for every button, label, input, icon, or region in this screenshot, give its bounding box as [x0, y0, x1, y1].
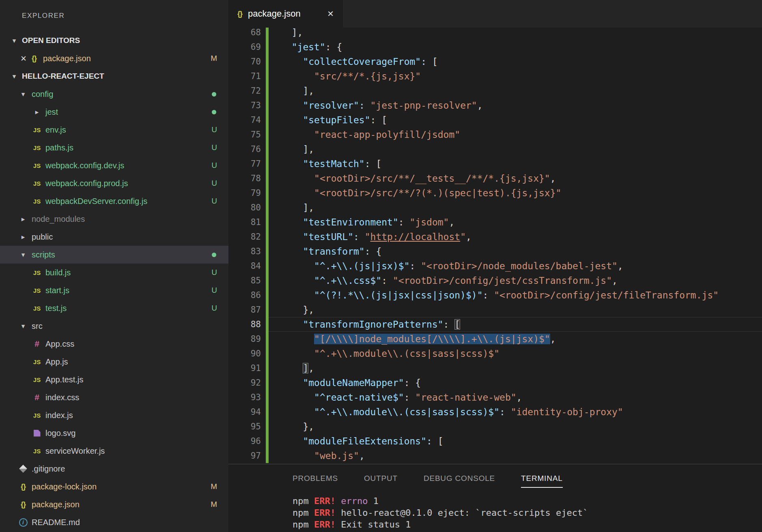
line-number[interactable]: 71 — [228, 69, 261, 84]
tree-item-config[interactable]: ▾config — [0, 85, 228, 103]
code-line-69[interactable]: 69 "jest": { — [228, 40, 762, 54]
tree-item-env-js[interactable]: JSenv.jsU — [0, 121, 228, 139]
line-number[interactable]: 92 — [228, 375, 261, 390]
line-number[interactable]: 74 — [228, 113, 261, 127]
line-number[interactable]: 70 — [228, 54, 261, 69]
tree-item-test-js[interactable]: JStest.jsU — [0, 299, 228, 317]
tree-item-start-js[interactable]: JSstart.jsU — [0, 281, 228, 299]
chevron-right-icon[interactable]: ▸ — [19, 233, 27, 241]
line-number[interactable]: 96 — [228, 434, 261, 448]
code-line-80[interactable]: 80 ], — [228, 200, 762, 215]
code-line-86[interactable]: 86 "^(?!.*\\.(js|jsx|css|json)$)": "<roo… — [228, 288, 762, 302]
chevron-right-icon[interactable]: ▸ — [33, 108, 41, 116]
line-number[interactable]: 81 — [228, 215, 261, 230]
chevron-down-icon[interactable]: ▾ — [19, 322, 27, 330]
code-line-83[interactable]: 83 "transform": { — [228, 244, 762, 259]
open-editors-header[interactable]: ▾ OPEN EDITORS — [0, 32, 228, 49]
line-number[interactable]: 68 — [228, 28, 261, 40]
code-line-96[interactable]: 96 "moduleFileExtensions": [ — [228, 434, 762, 448]
close-icon[interactable]: ✕ — [20, 54, 27, 63]
code-line-68[interactable]: 68 ], — [228, 28, 762, 40]
panel-tab-problems[interactable]: PROBLEMS — [293, 474, 338, 488]
tab-package-json[interactable]: {} package.json ✕ — [228, 0, 343, 28]
open-editor-item-package-json[interactable]: ✕{}package.jsonM — [0, 49, 228, 67]
line-number[interactable]: 91 — [228, 361, 261, 375]
code-line-93[interactable]: 93 "^react-native$": "react-native-web", — [228, 390, 762, 405]
code-line-91[interactable]: 91 ], — [228, 361, 762, 375]
panel-tab-output[interactable]: OUTPUT — [364, 474, 398, 488]
chevron-right-icon[interactable]: ▸ — [19, 215, 27, 223]
tree-item-jest[interactable]: ▸jest — [0, 103, 228, 121]
project-header[interactable]: ▾ HELLO-REACT-EJECT — [0, 67, 228, 85]
line-number[interactable]: 86 — [228, 288, 261, 302]
line-number[interactable]: 90 — [228, 346, 261, 361]
line-number[interactable]: 82 — [228, 230, 261, 244]
code-line-71[interactable]: 71 "src/**/*.{js,jsx}" — [228, 69, 762, 84]
line-number[interactable]: 83 — [228, 244, 261, 259]
line-number[interactable]: 75 — [228, 127, 261, 142]
line-number[interactable]: 76 — [228, 142, 261, 157]
tree-item-node-modules[interactable]: ▸node_modules — [0, 210, 228, 228]
line-number[interactable]: 85 — [228, 273, 261, 288]
tree-item-app-js[interactable]: JSApp.js — [0, 353, 228, 371]
tree-item-public[interactable]: ▸public — [0, 228, 228, 246]
code-line-75[interactable]: 75 "react-app-polyfill/jsdom" — [228, 127, 762, 142]
tree-item-build-js[interactable]: JSbuild.jsU — [0, 264, 228, 281]
panel-tab-terminal[interactable]: TERMINAL — [521, 474, 562, 488]
panel-tab-debug-console[interactable]: DEBUG CONSOLE — [424, 474, 495, 488]
code-line-70[interactable]: 70 "collectCoverageFrom": [ — [228, 54, 762, 69]
tree-item-src[interactable]: ▾src — [0, 317, 228, 335]
tree-item-app-css[interactable]: #App.css — [0, 335, 228, 353]
code-line-97[interactable]: 97 "web.js", — [228, 448, 762, 463]
line-number[interactable]: 97 — [228, 448, 261, 463]
code-line-77[interactable]: 77 "testMatch": [ — [228, 157, 762, 171]
code-line-72[interactable]: 72 ], — [228, 84, 762, 98]
tree-item-webpack-config-prod-js[interactable]: JSwebpack.config.prod.jsU — [0, 174, 228, 192]
tree-item-readme-md[interactable]: iREADME.md — [0, 513, 228, 531]
line-number[interactable]: 87 — [228, 302, 261, 317]
line-number[interactable]: 94 — [228, 405, 261, 419]
tree-item-package-lock-json[interactable]: {}package-lock.jsonM — [0, 478, 228, 496]
close-icon[interactable]: ✕ — [327, 9, 334, 19]
code-line-78[interactable]: 78 "<rootDir>/src/**/__tests__/**/*.{js,… — [228, 171, 762, 186]
tree-item-webpack-config-dev-js[interactable]: JSwebpack.config.dev.jsU — [0, 157, 228, 174]
code-line-88[interactable]: 88 "transformIgnorePatterns": [ — [228, 317, 762, 332]
tree-item-scripts[interactable]: ▾scripts — [0, 246, 228, 264]
code-line-85[interactable]: 85 "^.+\\.css$": "<rootDir>/config/jest/… — [228, 273, 762, 288]
terminal-output[interactable]: npm ERR! errno 1npm ERR! hello-react@0.1… — [228, 488, 762, 532]
code-line-73[interactable]: 73 "resolver": "jest-pnp-resolver", — [228, 98, 762, 113]
line-number[interactable]: 88 — [228, 317, 261, 332]
line-number[interactable]: 73 — [228, 98, 261, 113]
code-line-84[interactable]: 84 "^.+\\.(js|jsx)$": "<rootDir>/node_mo… — [228, 259, 762, 273]
code-line-89[interactable]: 89 "[/\\\\]node_modules[/\\\\].+\\.(js|j… — [228, 332, 762, 346]
line-number[interactable]: 77 — [228, 157, 261, 171]
tree-item-index-css[interactable]: #index.css — [0, 388, 228, 406]
code-line-76[interactable]: 76 ], — [228, 142, 762, 157]
code-line-95[interactable]: 95 }, — [228, 419, 762, 434]
line-number[interactable]: 80 — [228, 200, 261, 215]
line-number[interactable]: 72 — [228, 84, 261, 98]
chevron-down-icon[interactable]: ▾ — [19, 251, 27, 259]
line-number[interactable]: 79 — [228, 186, 261, 200]
line-number[interactable]: 69 — [228, 40, 261, 54]
tree-item-app-test-js[interactable]: JSApp.test.js — [0, 371, 228, 388]
code-line-92[interactable]: 92 "moduleNameMapper": { — [228, 375, 762, 390]
code-editor[interactable]: 68 ],69 "jest": {70 "collectCoverageFrom… — [228, 28, 762, 464]
line-number[interactable]: 89 — [228, 332, 261, 346]
line-number[interactable]: 95 — [228, 419, 261, 434]
line-number[interactable]: 78 — [228, 171, 261, 186]
tree-item-logo-svg[interactable]: logo.svg — [0, 424, 228, 442]
tree-item-paths-js[interactable]: JSpaths.jsU — [0, 139, 228, 157]
code-line-94[interactable]: 94 "^.+\\.module\\.(css|sass|scss)$": "i… — [228, 405, 762, 419]
line-number[interactable]: 84 — [228, 259, 261, 273]
chevron-down-icon[interactable]: ▾ — [19, 90, 27, 99]
tree-item-serviceworker-js[interactable]: JSserviceWorker.js — [0, 442, 228, 460]
tree-item-package-json[interactable]: {}package.jsonM — [0, 496, 228, 513]
code-line-79[interactable]: 79 "<rootDir>/src/**/?(*.)(spec|test).{j… — [228, 186, 762, 200]
line-number[interactable]: 93 — [228, 390, 261, 405]
code-line-81[interactable]: 81 "testEnvironment": "jsdom", — [228, 215, 762, 230]
tree-item-gitignore[interactable]: .gitignore — [0, 460, 228, 478]
code-line-87[interactable]: 87 }, — [228, 302, 762, 317]
code-line-90[interactable]: 90 "^.+\\.module\\.(css|sass|scss)$" — [228, 346, 762, 361]
tree-item-webpackdevserver-config-js[interactable]: JSwebpackDevServer.config.jsU — [0, 192, 228, 210]
